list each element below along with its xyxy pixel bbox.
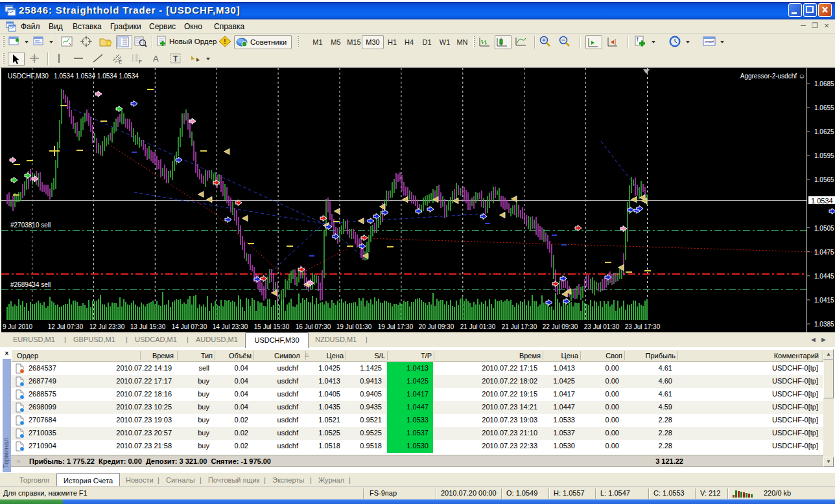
- svg-text:Aggressor-2-usdchf ☺: Aggressor-2-usdchf ☺: [740, 73, 805, 80]
- svg-text:19 Jul 01:30: 19 Jul 01:30: [336, 323, 372, 330]
- svg-text:1.0534: 1.0534: [811, 197, 833, 205]
- svg-text:12 Jul 07:30: 12 Jul 07:30: [48, 323, 84, 330]
- svg-text:1.0505: 1.0505: [814, 225, 834, 232]
- svg-text:USDCHF,M30 1.0534 1.0534 1.0: USDCHF,M30 1.0534 1.0534 1.0534 1.0534: [8, 73, 139, 80]
- svg-text:21 Jul 01:30: 21 Jul 01:30: [460, 323, 496, 330]
- svg-text:E: E: [119, 59, 122, 65]
- svg-text:F: F: [139, 59, 142, 65]
- svg-text:22 Jul 09:30: 22 Jul 09:30: [543, 323, 578, 330]
- svg-text:12 Jul 23:30: 12 Jul 23:30: [89, 323, 125, 330]
- svg-text:1.0685: 1.0685: [814, 80, 834, 87]
- svg-text:1.0625: 1.0625: [814, 128, 834, 135]
- svg-text:Новый Ордер: Новый Ордер: [169, 38, 217, 45]
- svg-text:1.0565: 1.0565: [814, 176, 834, 183]
- svg-text:23 Jul 17:30: 23 Jul 17:30: [625, 323, 661, 330]
- svg-text:1.0595: 1.0595: [814, 152, 834, 159]
- svg-text:T: T: [173, 54, 178, 63]
- svg-text:1.0475: 1.0475: [814, 249, 834, 256]
- svg-text:19 Jul 17:30: 19 Jul 17:30: [378, 323, 414, 330]
- svg-text:1.0385: 1.0385: [814, 321, 834, 328]
- svg-text:9 Jul 2010: 9 Jul 2010: [3, 323, 33, 330]
- svg-text:1.0445: 1.0445: [814, 273, 834, 280]
- svg-text:#2689434 sell: #2689434 sell: [10, 281, 51, 288]
- svg-text:15 Jul 15:30: 15 Jul 15:30: [254, 323, 290, 330]
- svg-text:!: !: [224, 38, 226, 45]
- svg-text:Советники: Советники: [250, 38, 287, 46]
- svg-text:14 Jul 07:30: 14 Jul 07:30: [172, 323, 207, 330]
- svg-text:1.0655: 1.0655: [814, 104, 834, 111]
- svg-text:20 Jul 09:30: 20 Jul 09:30: [419, 323, 454, 330]
- svg-text:A: A: [153, 54, 159, 63]
- svg-text:13 Jul 15:30: 13 Jul 15:30: [130, 323, 166, 330]
- svg-text:#2703810 sell: #2703810 sell: [10, 222, 51, 229]
- svg-text:1.0415: 1.0415: [814, 297, 834, 304]
- svg-text:21 Jul 17:30: 21 Jul 17:30: [502, 323, 537, 330]
- svg-text:16 Jul 07:30: 16 Jul 07:30: [296, 323, 331, 330]
- svg-text:14 Jul 23:30: 14 Jul 23:30: [213, 323, 248, 330]
- svg-text:23 Jul 01:30: 23 Jul 01:30: [584, 323, 620, 330]
